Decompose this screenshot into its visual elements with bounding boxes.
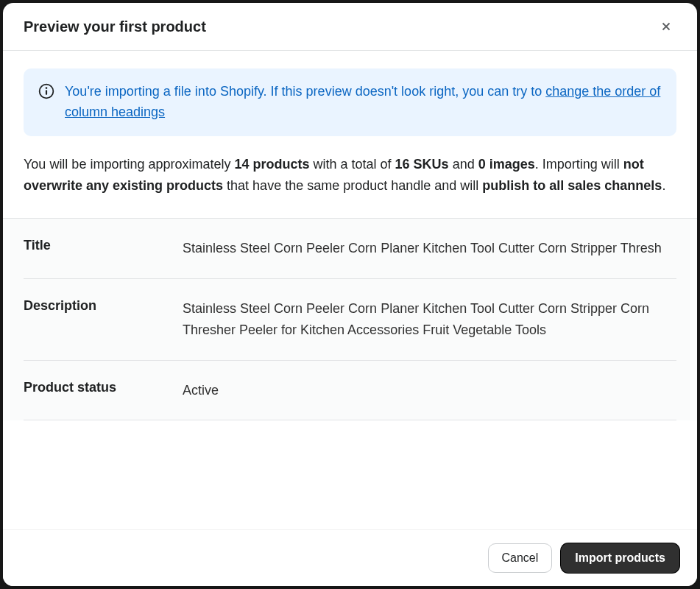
preview-value: Active	[183, 380, 676, 401]
preview-value: Stainless Steel Corn Peeler Corn Planer …	[183, 298, 676, 341]
svg-rect-2	[46, 90, 47, 95]
banner-text: You're importing a file into Shopify. If…	[65, 84, 545, 99]
preview-row-description: Description Stainless Steel Corn Peeler …	[24, 279, 676, 361]
import-products-button[interactable]: Import products	[561, 543, 679, 573]
preview-row-product-status: Product status Active	[24, 361, 676, 421]
modal-header: Preview your first product	[3, 3, 697, 51]
preview-product-modal: Preview your first product You're import…	[3, 3, 697, 586]
svg-point-1	[46, 87, 48, 89]
close-button[interactable]	[656, 16, 676, 37]
info-banner: You're importing a file into Shopify. If…	[24, 68, 676, 136]
product-preview-section: Title Stainless Steel Corn Peeler Corn P…	[3, 218, 697, 420]
summary-part: .	[662, 178, 665, 193]
summary-products-count: 14 products	[234, 157, 309, 172]
summary-part: You will be importing approximately	[24, 157, 234, 172]
modal-body[interactable]: You're importing a file into Shopify. If…	[3, 51, 697, 529]
summary-part: and	[449, 157, 478, 172]
summary-skus-count: 16 SKUs	[395, 157, 449, 172]
import-summary: You will be importing approximately 14 p…	[24, 154, 676, 197]
modal-title: Preview your first product	[24, 18, 206, 35]
preview-label: Description	[24, 298, 183, 341]
preview-label: Title	[24, 238, 183, 259]
summary-images-count: 0 images	[478, 157, 535, 172]
summary-publish-note: publish to all sales channels	[482, 178, 662, 193]
info-banner-text: You're importing a file into Shopify. If…	[65, 82, 662, 123]
close-icon	[660, 20, 673, 33]
info-icon	[38, 83, 54, 99]
summary-part: that have the same product handle and wi…	[223, 178, 482, 193]
summary-part: with a total of	[310, 157, 395, 172]
cancel-button[interactable]: Cancel	[488, 543, 553, 573]
preview-row-title: Title Stainless Steel Corn Peeler Corn P…	[24, 219, 676, 279]
preview-value: Stainless Steel Corn Peeler Corn Planer …	[183, 238, 676, 259]
preview-label: Product status	[24, 380, 183, 401]
summary-part: . Importing will	[535, 157, 623, 172]
modal-footer: Cancel Import products	[3, 529, 697, 586]
